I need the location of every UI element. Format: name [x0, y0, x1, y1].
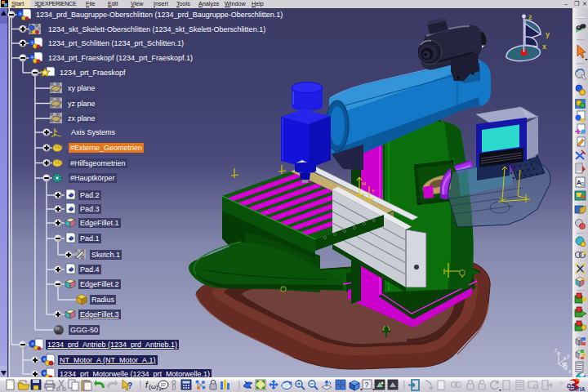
- svg-text:?: ?: [127, 381, 132, 390]
- svg-text:?: ?: [365, 381, 369, 389]
- svg-text:CATIA: CATIA: [569, 386, 586, 392]
- svg-text:B: B: [581, 181, 585, 187]
- svg-text:(ω): (ω): [149, 383, 158, 390]
